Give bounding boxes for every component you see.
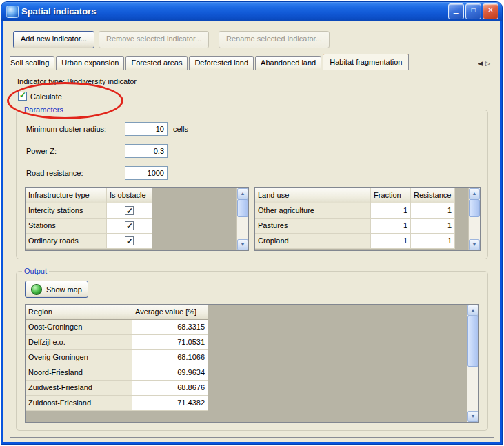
row-filler <box>455 219 468 234</box>
resistance-cell[interactable]: 1 <box>411 219 455 234</box>
land-use-cell[interactable]: Pastures <box>255 219 371 234</box>
is-obstacle-cell[interactable] <box>107 219 152 234</box>
tab-urban-expansion[interactable]: Urban expansion <box>56 56 124 70</box>
average-value-cell[interactable]: 68.8676 <box>132 381 208 396</box>
column-header[interactable]: Region <box>26 305 132 320</box>
row-filler <box>208 365 467 381</box>
scrollbar-track[interactable] <box>467 316 478 411</box>
tab-panel: Indicator type: Biodiversity indicator C… <box>10 70 494 438</box>
average-value-cell[interactable]: 68.1066 <box>132 350 208 365</box>
min-cluster-radius-input[interactable] <box>125 122 168 136</box>
average-value-cell[interactable]: 71.0531 <box>132 335 208 350</box>
column-header[interactable]: Infrastructure type <box>26 188 107 203</box>
column-header[interactable]: Land use <box>255 188 371 203</box>
region-table: Region Average value [%] Oost-Groningen … <box>25 304 479 423</box>
scrollbar-thumb[interactable] <box>467 316 478 367</box>
parameters-title: Parameters <box>22 105 65 114</box>
close-button[interactable]: ✕ <box>483 3 498 19</box>
tab-forested-areas[interactable]: Forested areas <box>125 56 188 70</box>
is-obstacle-cell[interactable] <box>107 203 152 219</box>
column-header[interactable]: Fraction <box>371 188 411 203</box>
obstacle-checkbox[interactable] <box>125 221 134 230</box>
scroll-up-button[interactable]: ▲ <box>469 188 480 199</box>
resistance-cell[interactable]: 1 <box>411 234 455 249</box>
vertical-scrollbar[interactable]: ▲ ▼ <box>468 188 480 250</box>
average-value-cell[interactable]: 68.3315 <box>132 320 208 335</box>
tab-soil-sealing[interactable]: Soil sealing <box>10 56 54 70</box>
min-cluster-radius-label: Minimum cluster radius: <box>26 125 106 133</box>
road-resistance-label: Road resistance: <box>26 169 83 177</box>
obstacle-checkbox[interactable] <box>125 206 134 215</box>
tab-scroll-right-button[interactable]: ▷ <box>485 57 490 70</box>
titlebar[interactable]: Spatial indicators ▁ □ ✕ <box>1 2 502 21</box>
road-resistance-input[interactable] <box>125 166 168 180</box>
vertical-scrollbar[interactable]: ▲ ▼ <box>236 188 248 250</box>
resistance-cell[interactable]: 1 <box>411 203 455 219</box>
scrollbar-thumb[interactable] <box>237 199 248 217</box>
output-groupbox: Output Show map Region Average value [%] <box>16 271 488 431</box>
scrollbar-thumb[interactable] <box>469 199 480 217</box>
output-title: Output <box>22 267 49 276</box>
table-row: Oost-Groningen 68.3315 <box>26 320 467 335</box>
window-body: Add new indicator... Remove selected ind… <box>3 21 500 442</box>
region-cell[interactable]: Noord-Friesland <box>26 365 132 381</box>
table-row: Stations <box>26 219 236 234</box>
scrollbar-track[interactable] <box>237 199 248 239</box>
average-value-cell[interactable]: 71.4382 <box>132 396 208 411</box>
is-obstacle-cell[interactable] <box>107 234 152 249</box>
add-indicator-button[interactable]: Add new indicator... <box>13 31 94 48</box>
power-z-label: Power Z: <box>26 147 57 155</box>
tab-habitat-fragmentation[interactable]: Habitat fragmentation <box>323 54 409 70</box>
calculate-label: Calculate <box>30 92 62 101</box>
region-cell[interactable]: Zuidwest-Friesland <box>26 381 132 396</box>
tab-deforested-land[interactable]: Deforested land <box>189 56 254 70</box>
row-filler <box>208 320 467 335</box>
scrollbar-track[interactable] <box>469 199 480 239</box>
tab-scroll-left-button[interactable]: ◀ <box>478 57 483 70</box>
fraction-cell[interactable]: 1 <box>371 234 411 249</box>
infrastructure-table: Infrastructure type Is obstacle Intercit… <box>25 187 249 251</box>
column-header[interactable]: Resistance <box>411 188 455 203</box>
scroll-down-button[interactable]: ▼ <box>469 239 480 250</box>
infrastructure-name-cell[interactable]: Stations <box>26 219 107 234</box>
calculate-checkbox[interactable] <box>18 92 27 101</box>
region-cell[interactable]: Overig Groningen <box>26 350 132 365</box>
scroll-up-button[interactable]: ▲ <box>467 305 478 316</box>
maximize-button[interactable]: □ <box>465 3 481 19</box>
table-row: Cropland 1 1 <box>255 234 468 249</box>
region-cell[interactable]: Delfzijl e.o. <box>26 335 132 350</box>
region-cell[interactable]: Oost-Groningen <box>26 320 132 335</box>
show-map-button[interactable]: Show map <box>25 281 88 298</box>
table-row: Zuidoost-Friesland 71.4382 <box>26 396 467 411</box>
column-header[interactable]: Average value [%] <box>132 305 208 320</box>
row-filler <box>208 396 467 411</box>
scroll-up-button[interactable]: ▲ <box>237 188 248 199</box>
table-row: Noord-Friesland 69.9634 <box>26 365 467 381</box>
scroll-down-button[interactable]: ▼ <box>237 239 248 250</box>
infrastructure-name-cell[interactable]: Intercity stations <box>26 203 107 219</box>
scroll-down-button[interactable]: ▼ <box>467 411 478 422</box>
tab-abandoned-land[interactable]: Abandoned land <box>255 56 321 70</box>
row-filler <box>208 350 467 365</box>
table-header-row: Region Average value [%] <box>26 305 467 320</box>
infrastructure-name-cell[interactable]: Ordinary roads <box>26 234 107 249</box>
average-value-cell[interactable]: 69.9634 <box>132 365 208 381</box>
indicator-type-value: Biodiversity indicator <box>67 77 137 85</box>
column-header[interactable]: Is obstacle <box>107 188 152 203</box>
show-map-label: Show map <box>46 285 82 294</box>
window-title: Spatial indicators <box>21 6 448 17</box>
row-filler <box>152 219 236 234</box>
table-row: Intercity stations <box>26 203 236 219</box>
fraction-cell[interactable]: 1 <box>371 219 411 234</box>
power-z-input[interactable] <box>125 144 168 158</box>
minimize-button[interactable]: ▁ <box>448 3 464 19</box>
region-cell[interactable]: Zuidoost-Friesland <box>26 396 132 411</box>
fraction-cell[interactable]: 1 <box>371 203 411 219</box>
land-use-cell[interactable]: Other agriculture <box>255 203 371 219</box>
row-filler <box>208 381 467 396</box>
obstacle-checkbox[interactable] <box>125 236 134 245</box>
land-use-cell[interactable]: Cropland <box>255 234 371 249</box>
vertical-scrollbar[interactable]: ▲ ▼ <box>467 305 478 422</box>
screenshot-stage: Spatial indicators ▁ □ ✕ Add new indicat… <box>0 0 504 446</box>
app-icon[interactable] <box>6 6 19 18</box>
